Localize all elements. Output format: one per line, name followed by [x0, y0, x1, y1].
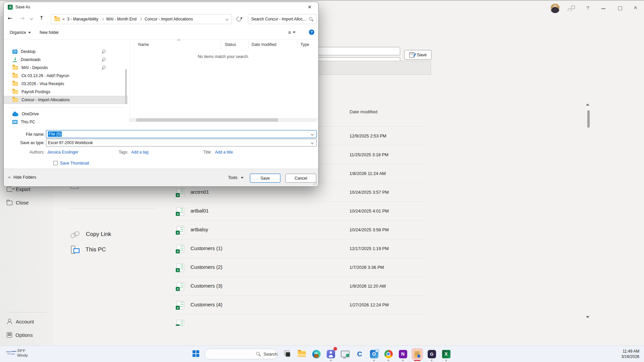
breadcrumb-segment[interactable]: Concur - Import Allocations	[145, 17, 193, 21]
tree-item-downloads[interactable]: Downloads	[4, 56, 128, 64]
taskbar-clock[interactable]: 11:49 AM 3/16/2026	[622, 349, 639, 359]
horizontal-scrollbar-thumb[interactable]	[136, 118, 278, 122]
chevron-down-icon[interactable]	[311, 141, 314, 144]
column-header-status[interactable]: Status	[225, 42, 236, 47]
backstage-save-button[interactable]: Save	[404, 50, 432, 60]
tools-button[interactable]: Tools	[228, 175, 244, 180]
file-row[interactable]: Customers (2) 1/7/2026 3:36 PM	[173, 258, 425, 277]
authors-value[interactable]: Jessica Esslinger	[47, 150, 78, 155]
start-icon	[193, 350, 199, 357]
concur-icon	[356, 350, 364, 358]
recent-locations-chevron[interactable]	[30, 17, 33, 20]
start-button[interactable]	[193, 350, 200, 358]
help-icon[interactable]: ?	[309, 29, 314, 35]
tree-item-mai-deposits[interactable]: MAI - Deposits	[4, 64, 128, 72]
breadcrumb-segment[interactable]: 3 - ManageAbility	[67, 17, 98, 21]
file-row[interactable]: Customers (3) 1/9/2026 11:20 AM	[173, 277, 425, 296]
dialog-toolbar: Organize New folder ≡ ?	[4, 26, 318, 40]
breadcrumb-segment[interactable]: MAI - Month End	[106, 17, 137, 21]
save-floppy-icon	[409, 52, 415, 58]
sidebar-item-close[interactable]: Close	[0, 196, 54, 209]
tree-scrollbar-thumb[interactable]	[125, 69, 127, 104]
taskview-icon	[283, 350, 292, 358]
taskbar-edge-browser[interactable]	[311, 348, 322, 360]
folder-icon	[12, 66, 18, 70]
scrollbar-thumb[interactable]	[587, 110, 590, 128]
taskbar-search[interactable]: Search	[205, 349, 278, 359]
place-copy-link[interactable]: Copy Link	[67, 229, 160, 240]
tree-item-ck-addl-payrun[interactable]: Ck 03.13.26 - Add'l Payrun	[4, 72, 128, 80]
sidebar-item-options[interactable]: Options	[0, 328, 54, 342]
save-button[interactable]: Save	[250, 174, 280, 183]
tree-item-desktop[interactable]: Desktop	[4, 48, 128, 56]
address-dropdown-chevron[interactable]	[226, 18, 228, 20]
column-header-date-modified[interactable]: Date modified	[252, 42, 276, 47]
view-selector-button[interactable]: ≡	[288, 29, 296, 35]
scroll-down-arrow[interactable]	[586, 316, 589, 318]
tree-item-onedrive[interactable]: OneDrive	[4, 110, 128, 118]
tree-separator	[7, 108, 124, 108]
file-name-combo[interactable]: File (5)	[46, 130, 317, 138]
forward-button[interactable]: →	[20, 15, 24, 21]
file-row[interactable]: Customers (4) 1/27/2026 12:24 PM	[173, 296, 425, 314]
horizontal-scrollbar[interactable]	[130, 118, 317, 122]
taskbar-system-app[interactable]	[339, 348, 351, 360]
add-a-tag-link[interactable]: Add a tag	[131, 150, 148, 155]
date-modified-column-header[interactable]: Date modified	[350, 109, 377, 114]
save-thumbnail-checkbox[interactable]	[53, 161, 58, 165]
tree-item-payroll-postings[interactable]: Payroll Postings	[4, 88, 128, 96]
folder-icon	[54, 17, 60, 21]
taskbar-teams[interactable]	[325, 348, 336, 360]
wind-icon	[6, 350, 14, 356]
folder-icon	[12, 74, 18, 78]
authors-label: Authors:	[14, 150, 45, 155]
save-as-type-combo[interactable]: Excel 97-2003 Workbook	[46, 139, 317, 146]
file-row[interactable]: Customers (1) 12/17/2025 1:19 PM	[173, 239, 425, 258]
new-folder-button[interactable]: New folder	[40, 30, 59, 35]
chevron-right-icon[interactable]	[139, 18, 142, 20]
sidebar-separator	[7, 312, 47, 312]
weather-widget[interactable]: 39°F Windy	[6, 348, 28, 358]
taskbar-file-explorer[interactable]	[296, 348, 308, 360]
refresh-icon[interactable]	[235, 16, 242, 22]
edge-icon	[312, 350, 321, 358]
sidebar-item-account[interactable]: Account	[0, 315, 54, 328]
chevron-right-icon[interactable]	[101, 18, 104, 20]
search-input[interactable]: Search Concur - Import Alloc…	[248, 14, 317, 24]
hide-folders-button[interactable]: Hide Folders	[8, 175, 36, 180]
up-button[interactable]: ↑	[39, 15, 44, 21]
file-row[interactable]: artbalsy 10/24/2025 3:58 PM	[173, 221, 425, 239]
taskbar-glean[interactable]	[426, 348, 437, 360]
taskbar-task-view[interactable]	[282, 348, 293, 360]
cancel-button[interactable]: Cancel	[285, 174, 316, 183]
back-button[interactable]: ←	[8, 15, 12, 21]
teams-icon	[327, 350, 335, 358]
tree-item-this-pc[interactable]: This PC	[4, 118, 128, 126]
taskbar-chrome[interactable]	[383, 348, 394, 360]
dialog-close-button[interactable]: ×	[306, 3, 314, 11]
place-this-pc[interactable]: This PC	[67, 244, 160, 255]
title-label: Title:	[203, 150, 212, 155]
organize-button[interactable]: Organize	[10, 30, 31, 35]
taskbar-excel[interactable]	[440, 348, 452, 360]
column-header-name[interactable]: Name	[138, 42, 149, 47]
file-row[interactable]: artbal01 10/24/2025 4:01 PM	[173, 202, 425, 221]
address-bar[interactable]: « 3 - ManageAbility MAI - Month End Conc…	[51, 14, 232, 24]
taskbar-concur[interactable]	[354, 348, 365, 360]
explorer-icon	[298, 351, 306, 357]
chevron-down-icon[interactable]	[311, 133, 314, 135]
resize-grip[interactable]	[313, 181, 317, 185]
tree-item-visa-receipts[interactable]: 03.2026 - Visa Receipts	[4, 80, 128, 88]
tree-item-concur-import-allocations[interactable]: Concur - Import Allocations	[4, 96, 128, 104]
file-list-pane: Name Status Date modified Type No items …	[129, 40, 317, 126]
running-indicator	[445, 360, 447, 361]
add-a-title-link[interactable]: Add a title	[215, 150, 233, 155]
scroll-up-arrow[interactable]	[586, 104, 589, 106]
file-row[interactable]	[173, 314, 425, 326]
sort-ascending-icon	[177, 39, 180, 42]
weather-condition: Windy	[17, 353, 28, 358]
taskbar-attention-app[interactable]	[412, 348, 423, 360]
taskbar-outlook[interactable]	[368, 348, 380, 360]
taskbar-onenote[interactable]	[397, 348, 409, 360]
column-header-type[interactable]: Type	[301, 42, 309, 47]
